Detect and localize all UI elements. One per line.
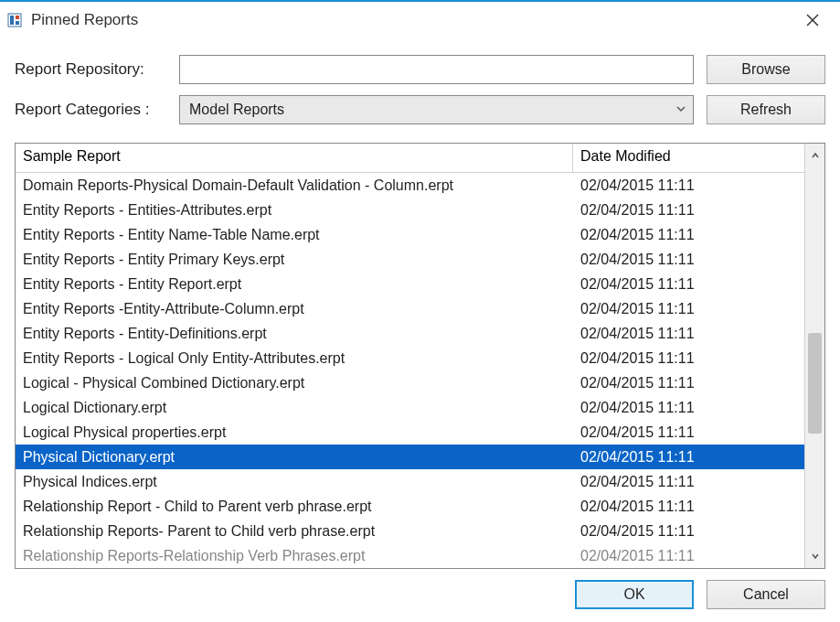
row-date: 02/04/2015 11:11 [573,400,804,416]
column-header-date[interactable]: Date Modified [573,144,804,172]
column-header-name[interactable]: Sample Report [16,144,573,172]
row-date: 02/04/2015 11:11 [573,499,804,515]
svg-rect-3 [16,21,19,25]
row-name: Relationship Reports- Parent to Child ve… [16,523,573,540]
table-row[interactable]: Entity Reports - Logical Only Entity-Att… [16,346,804,370]
table-row[interactable]: Logical Dictionary.erpt02/04/2015 11:11 [16,395,804,420]
window-title: Pinned Reports [31,11,794,29]
row-date: 02/04/2015 11:11 [573,301,804,317]
row-date: 02/04/2015 11:11 [573,177,804,194]
row-name: Domain Reports-Physical Domain-Default V… [16,177,573,194]
row-name: Entity Reports - Entity-Definitions.erpt [16,326,573,342]
row-date: 02/04/2015 11:11 [573,227,804,243]
table-row[interactable]: Logical Physical properties.erpt02/04/20… [16,420,804,445]
row-name: Entity Reports - Entities-Attributes.erp… [16,202,573,219]
browse-button[interactable]: Browse [707,55,825,84]
categories-select[interactable]: Model Reports [179,95,694,124]
table-row[interactable]: Physical Dictionary.erpt02/04/2015 11:11 [16,445,804,469]
categories-label: Report Categories : [15,101,179,119]
row-name: Entity Reports - Entity Report.erpt [16,276,573,293]
table-row[interactable]: Entity Reports - Entities-Attributes.erp… [16,198,804,222]
table-row[interactable]: Entity Reports -Entity-Attribute-Column.… [16,296,804,321]
row-date: 02/04/2015 11:11 [573,326,804,342]
table-row[interactable]: Entity Reports - Entity Primary Keys.erp… [16,247,804,272]
row-date: 02/04/2015 11:11 [573,202,804,219]
row-date: 02/04/2015 11:11 [573,449,804,466]
row-date: 02/04/2015 11:11 [573,350,804,367]
row-name: Entity Reports - Entity Primary Keys.erp… [16,252,573,268]
categories-row: Report Categories : Model Reports Refres… [15,95,825,124]
row-name: Logical Physical properties.erpt [16,424,573,441]
table-row[interactable]: Logical - Physical Combined Dictionary.e… [16,370,804,395]
close-icon [806,14,819,27]
repository-row: Report Repository: Browse [15,55,825,84]
ok-button[interactable]: OK [575,580,694,609]
pinned-reports-dialog: Pinned Reports Report Repository: Browse… [0,0,840,622]
scroll-up-icon[interactable] [807,147,824,164]
app-icon [7,13,22,27]
categories-selected-value: Model Reports [189,102,284,118]
row-date: 02/04/2015 11:11 [573,252,804,268]
table-row[interactable]: Entity Reports - Entity Report.erpt02/04… [16,272,804,296]
report-list-panel: Sample Report Date Modified Domain Repor… [15,143,825,569]
row-date: 02/04/2015 11:11 [573,276,804,293]
table-row[interactable]: Entity Reports - Entity-Definitions.erpt… [16,321,804,346]
row-date: 02/04/2015 11:11 [573,548,804,564]
refresh-button[interactable]: Refresh [707,95,825,124]
report-list: Sample Report Date Modified Domain Repor… [16,144,804,568]
row-name: Entity Reports - Logical Only Entity-Att… [16,350,573,367]
row-date: 02/04/2015 11:11 [573,424,804,441]
close-button[interactable] [794,6,831,34]
row-name: Entity Reports -Entity-Attribute-Column.… [16,301,573,317]
row-date: 02/04/2015 11:11 [573,375,804,391]
titlebar: Pinned Reports [0,2,840,38]
svg-rect-2 [16,16,19,19]
row-name: Entity Reports - Entity Name-Table Name.… [16,227,573,243]
table-row[interactable]: Relationship Report - Child to Parent ve… [16,494,804,519]
row-name: Relationship Report - Child to Parent ve… [16,499,573,515]
row-name: Logical Dictionary.erpt [16,400,573,416]
table-row[interactable]: Entity Reports - Entity Name-Table Name.… [16,222,804,247]
table-row[interactable]: Physical Indices.erpt02/04/2015 11:11 [16,469,804,494]
table-row[interactable]: Domain Reports-Physical Domain-Default V… [16,173,804,198]
list-header: Sample Report Date Modified [16,144,804,173]
cancel-button[interactable]: Cancel [707,580,825,609]
list-body: Domain Reports-Physical Domain-Default V… [16,173,804,568]
svg-rect-1 [10,16,14,25]
repository-label: Report Repository: [15,60,179,79]
scroll-down-icon[interactable] [807,548,824,564]
scroll-track[interactable] [805,164,824,548]
row-name: Physical Dictionary.erpt [16,449,573,466]
vertical-scrollbar[interactable] [804,144,824,568]
table-row[interactable]: Relationship Reports- Parent to Child ve… [16,519,804,543]
row-date: 02/04/2015 11:11 [573,474,804,490]
table-row[interactable]: Relationship Reports-Relationship Verb P… [16,543,804,568]
row-name: Logical - Physical Combined Dictionary.e… [16,375,573,391]
repository-input[interactable] [179,55,694,84]
dialog-body: Report Repository: Browse Report Categor… [0,38,840,622]
row-date: 02/04/2015 11:11 [573,523,804,540]
row-name: Relationship Reports-Relationship Verb P… [16,548,573,564]
scroll-thumb[interactable] [808,333,822,434]
dialog-footer: OK Cancel [15,569,825,609]
row-name: Physical Indices.erpt [16,474,573,490]
